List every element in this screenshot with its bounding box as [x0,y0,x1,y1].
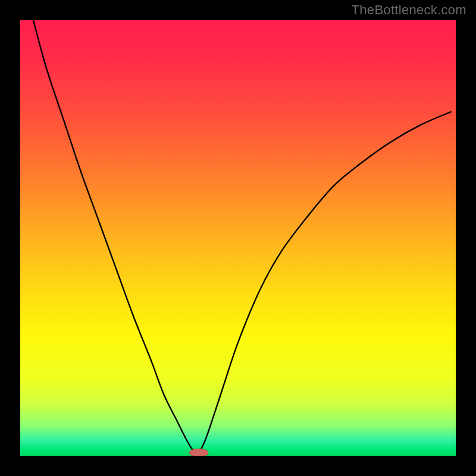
gradient-background [20,20,456,456]
plot-area [20,20,456,456]
bottleneck-chart [20,20,456,456]
chart-frame: TheBottleneck.com [0,0,476,476]
optimal-point-marker [189,449,208,456]
watermark-text: TheBottleneck.com [352,2,466,18]
